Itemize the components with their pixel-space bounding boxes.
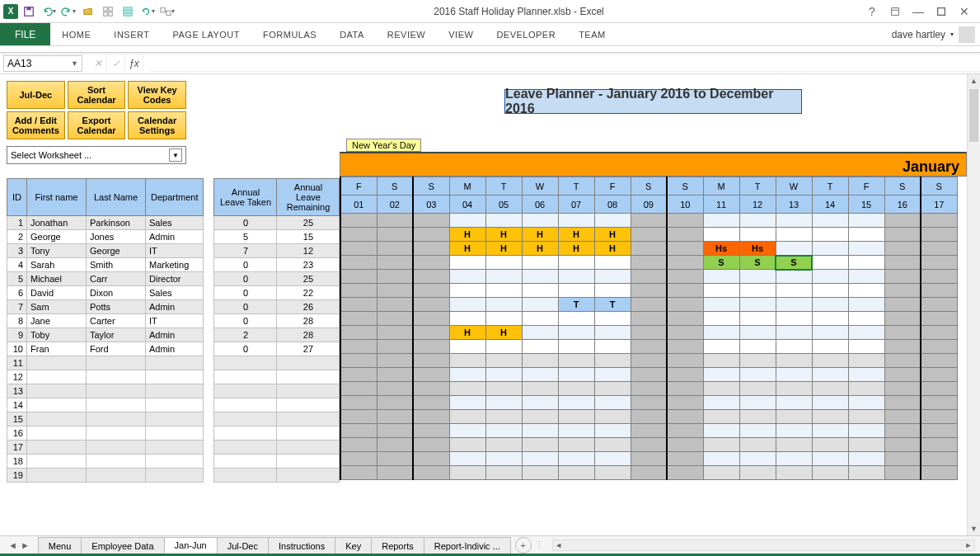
calendar-cell[interactable] bbox=[848, 284, 884, 298]
calendar-cell[interactable] bbox=[522, 410, 558, 424]
calendar-cell[interactable]: T bbox=[558, 298, 594, 312]
calendar-cell[interactable] bbox=[776, 312, 812, 326]
calendar-cell[interactable] bbox=[776, 466, 812, 480]
calendar-cell[interactable] bbox=[485, 382, 522, 396]
calendar-cell[interactable] bbox=[594, 256, 631, 270]
calendar-cell[interactable] bbox=[594, 340, 631, 354]
table-icon[interactable] bbox=[119, 2, 137, 21]
calendar-cell[interactable]: H bbox=[449, 242, 485, 256]
calendar-cell[interactable] bbox=[377, 284, 413, 298]
calendar-cell[interactable] bbox=[485, 298, 522, 312]
ribbon-tab-formulas[interactable]: FORMULAS bbox=[251, 23, 328, 45]
employee-row[interactable]: 7SamPottsAdmin026 bbox=[7, 300, 340, 314]
calendar-cell[interactable] bbox=[631, 242, 667, 256]
calendar-cell[interactable] bbox=[667, 340, 703, 354]
empty-row[interactable]: 18 bbox=[7, 455, 340, 469]
scroll-down-icon[interactable]: ▼ bbox=[968, 522, 980, 535]
calendar-cell[interactable] bbox=[884, 298, 921, 312]
calendar-cell[interactable] bbox=[558, 354, 594, 368]
calendar-cell[interactable] bbox=[812, 270, 848, 284]
calendar-cell[interactable] bbox=[739, 410, 776, 424]
calendar-row[interactable] bbox=[340, 466, 957, 480]
calendar-row[interactable]: HH bbox=[340, 326, 957, 340]
calendar-cell[interactable] bbox=[631, 354, 667, 368]
calendar-cell[interactable] bbox=[631, 284, 667, 298]
empty-row[interactable]: 17 bbox=[7, 441, 340, 455]
calendar-cell[interactable] bbox=[884, 438, 921, 452]
calendar-cell[interactable] bbox=[522, 270, 558, 284]
calendar-cell[interactable] bbox=[667, 382, 703, 396]
redo-icon[interactable]: ▾ bbox=[59, 2, 77, 21]
calendar-cell[interactable] bbox=[921, 242, 957, 256]
calendar-cell[interactable]: H bbox=[558, 228, 594, 242]
calendar-grid[interactable]: FSSMTWTFSSMTWTFSS01020304050607080910111… bbox=[340, 177, 958, 480]
calendar-cell[interactable] bbox=[884, 424, 921, 438]
calendar-cell[interactable] bbox=[739, 326, 776, 340]
calendar-cell[interactable] bbox=[739, 214, 776, 228]
calendar-cell[interactable] bbox=[558, 340, 594, 354]
calendar-cell[interactable] bbox=[739, 354, 776, 368]
calendar-cell[interactable] bbox=[812, 340, 848, 354]
fx-icon[interactable]: ƒx bbox=[125, 55, 143, 72]
calendar-cell[interactable] bbox=[413, 396, 449, 410]
maximize-icon[interactable] bbox=[931, 2, 952, 21]
calendar-cell[interactable] bbox=[377, 438, 413, 452]
calendar-cell[interactable] bbox=[703, 466, 739, 480]
calendar-cell[interactable] bbox=[485, 270, 522, 284]
calendar-cell[interactable] bbox=[377, 410, 413, 424]
calendar-cell[interactable] bbox=[703, 368, 739, 382]
calendar-cell[interactable] bbox=[558, 452, 594, 466]
calendar-cell[interactable] bbox=[631, 382, 667, 396]
calendar-cell[interactable] bbox=[812, 256, 848, 270]
ribbon-tab-view[interactable]: VIEW bbox=[437, 23, 485, 45]
calendar-cell[interactable] bbox=[667, 354, 703, 368]
calendar-cell[interactable] bbox=[921, 424, 957, 438]
calendar-cell[interactable] bbox=[485, 284, 522, 298]
vertical-scrollbar[interactable]: ▲ ▼ bbox=[967, 74, 980, 535]
calendar-cell[interactable] bbox=[739, 438, 776, 452]
calendar-cell[interactable]: S bbox=[776, 256, 812, 270]
calendar-cell[interactable] bbox=[776, 368, 812, 382]
calendar-cell[interactable] bbox=[413, 298, 449, 312]
calendar-cell[interactable] bbox=[703, 298, 739, 312]
employee-row[interactable]: 5MichaelCarrDirector025 bbox=[7, 272, 340, 286]
calendar-cell[interactable] bbox=[594, 312, 631, 326]
calendar-cell[interactable] bbox=[522, 368, 558, 382]
calendar-cell[interactable] bbox=[558, 312, 594, 326]
calendar-cell[interactable] bbox=[739, 340, 776, 354]
calendar-cell[interactable] bbox=[884, 214, 921, 228]
calendar-cell[interactable] bbox=[594, 354, 631, 368]
calendar-cell[interactable] bbox=[884, 466, 921, 480]
calendar-cell[interactable] bbox=[921, 284, 957, 298]
calendar-cell[interactable] bbox=[703, 326, 739, 340]
employee-row[interactable]: 3TonyGeorgeIT712 bbox=[7, 244, 340, 258]
calendar-cell[interactable] bbox=[631, 298, 667, 312]
ribbon-tab-data[interactable]: DATA bbox=[328, 23, 376, 45]
calendar-cell[interactable] bbox=[340, 242, 377, 256]
nav-prev-icon[interactable]: ◄ bbox=[8, 540, 17, 550]
calendar-cell[interactable] bbox=[812, 382, 848, 396]
calendar-cell[interactable] bbox=[377, 396, 413, 410]
calendar-cell[interactable] bbox=[631, 214, 667, 228]
calendar-cell[interactable] bbox=[340, 326, 377, 340]
calendar-cell[interactable] bbox=[558, 424, 594, 438]
calendar-cell[interactable] bbox=[812, 284, 848, 298]
calendar-cell[interactable] bbox=[884, 396, 921, 410]
calendar-cell[interactable] bbox=[812, 438, 848, 452]
calendar-cell[interactable] bbox=[558, 270, 594, 284]
calendar-cell[interactable] bbox=[449, 452, 485, 466]
employee-row[interactable]: 8JaneCarterIT028 bbox=[7, 314, 340, 328]
calendar-cell[interactable] bbox=[594, 368, 631, 382]
ribbon-tab-team[interactable]: TEAM bbox=[567, 23, 617, 45]
panel-button-view-key-codes[interactable]: View Key Codes bbox=[128, 81, 186, 109]
ribbon-tab-insert[interactable]: INSERT bbox=[102, 23, 161, 45]
file-tab[interactable]: FILE bbox=[0, 23, 50, 45]
ribbon-tab-page-layout[interactable]: PAGE LAYOUT bbox=[161, 23, 251, 45]
panel-button-sort-calendar[interactable]: Sort Calendar bbox=[68, 81, 126, 109]
calendar-cell[interactable] bbox=[558, 326, 594, 340]
sheet-tab-report-indivic-[interactable]: Report-Indivic ... bbox=[424, 537, 511, 554]
empty-row[interactable]: 19 bbox=[7, 469, 340, 483]
calendar-cell[interactable] bbox=[558, 382, 594, 396]
calendar-cell[interactable] bbox=[377, 228, 413, 242]
calendar-row[interactable] bbox=[340, 340, 957, 354]
